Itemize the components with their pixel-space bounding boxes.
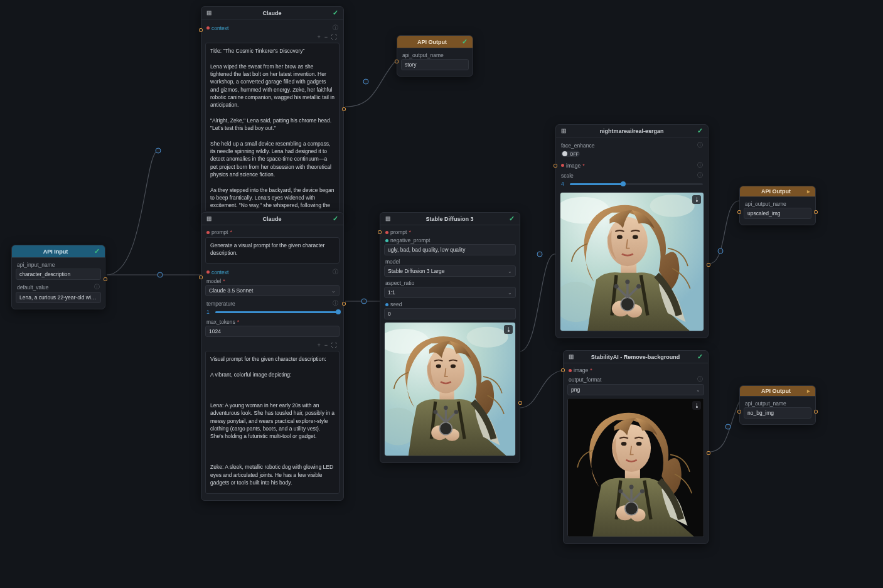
node-api-output-upscaled[interactable]: API Output ▸ api_output_name upscaled_im…: [739, 186, 816, 225]
output-port[interactable]: [342, 302, 346, 306]
maxtokens-field[interactable]: 1024: [205, 326, 340, 337]
model-select[interactable]: Claude 3.5 Sonnet⌄: [205, 285, 340, 296]
info-icon[interactable]: ⓘ: [697, 171, 703, 179]
add-icon[interactable]: +: [317, 342, 320, 348]
robot-icon: ⊞: [569, 353, 574, 360]
output-toolbar: + − ⛶: [205, 33, 340, 41]
model-select[interactable]: Stable Diffusion 3 Large⌄: [384, 265, 516, 277]
info-icon[interactable]: ⓘ: [94, 283, 100, 291]
node-header[interactable]: ⊞ Stable Diffusion 3 ✓: [380, 213, 520, 225]
play-icon[interactable]: ▸: [807, 388, 810, 394]
aspect-label: aspect_ratio: [384, 279, 516, 287]
field-label: api_output_name: [401, 51, 469, 59]
node-header[interactable]: API Input ✓: [12, 245, 105, 258]
info-icon[interactable]: ⓘ: [697, 161, 703, 169]
field-label: api_output_name: [744, 200, 811, 208]
input-port[interactable]: [199, 275, 203, 279]
node-claude-visualprompt[interactable]: ⊞ Claude ✓ prompt* Generate a visual pro…: [201, 212, 344, 501]
minimize-icon[interactable]: −: [324, 342, 328, 348]
svg-point-5: [718, 249, 723, 254]
context-section[interactable]: contextⓘ: [205, 266, 340, 277]
api-output-name-field[interactable]: no_bg_img: [744, 407, 811, 419]
input-port[interactable]: [737, 410, 741, 414]
node-real-esrgan[interactable]: ⊞ nightmareai/real-esrgan ✓ face_enhance…: [555, 124, 709, 338]
model-label: model*: [205, 277, 340, 285]
output-toolbar: + − ⛶: [205, 341, 340, 350]
svg-point-3: [361, 299, 367, 304]
default-value-field[interactable]: Lena, a curious 22-year-old with a knac: [16, 292, 101, 303]
negative-prompt-field[interactable]: ugly, bad, bad quality, low quality: [384, 244, 516, 255]
info-icon[interactable]: ⓘ: [333, 299, 338, 307]
expand-icon[interactable]: ⛶: [331, 34, 337, 40]
node-title: Claude: [211, 10, 333, 16]
api-input-name-field[interactable]: character_description: [16, 269, 101, 280]
sd3-output-image: ⭳: [384, 322, 516, 456]
status-check-icon: ✓: [697, 353, 703, 361]
temperature-slider[interactable]: [215, 311, 338, 313]
node-api-input[interactable]: API Input ✓ api_input_name character_des…: [11, 245, 105, 309]
download-icon[interactable]: ⭳: [692, 195, 701, 204]
temperature-label: temperatureⓘ: [205, 298, 340, 308]
node-stable-diffusion-3[interactable]: ⊞ Stable Diffusion 3 ✓ prompt* negative_…: [380, 212, 520, 463]
node-api-output-nobg[interactable]: API Output ▸ api_output_name no_bg_img: [739, 385, 816, 425]
output-port[interactable]: [814, 410, 818, 414]
play-icon[interactable]: ▸: [807, 188, 810, 195]
output-port[interactable]: [707, 451, 710, 455]
input-port[interactable]: [395, 60, 399, 63]
download-icon[interactable]: ⭳: [692, 401, 701, 410]
node-title: Stable Diffusion 3: [390, 216, 509, 222]
node-title: Claude: [211, 216, 333, 222]
output-format-select[interactable]: png⌄: [567, 384, 704, 395]
output-port[interactable]: [814, 210, 818, 214]
api-output-name-field[interactable]: story: [401, 59, 469, 70]
status-check-icon: ✓: [333, 215, 338, 223]
input-port[interactable]: [737, 210, 741, 214]
node-header[interactable]: API Output ▸: [740, 186, 815, 197]
node-header[interactable]: ⊞ nightmareai/real-esrgan ✓: [556, 125, 708, 137]
story-output: Title: "The Cosmic Tinkerer's Discovery"…: [205, 43, 340, 212]
input-port[interactable]: [199, 28, 203, 32]
node-header[interactable]: API Output ✓: [397, 36, 473, 48]
scale-slider[interactable]: [570, 183, 703, 185]
prompt-label: prompt*: [205, 228, 340, 236]
context-section[interactable]: contextⓘ: [205, 22, 340, 33]
node-header[interactable]: ⊞ Claude ✓: [201, 7, 343, 19]
face-enhance-label: face_enhanceⓘ: [560, 140, 704, 150]
add-icon[interactable]: +: [317, 34, 320, 40]
seed-label: seed: [384, 300, 516, 308]
output-port[interactable]: [518, 401, 522, 405]
input-port[interactable]: [554, 164, 557, 168]
node-api-output-story[interactable]: API Output ✓ api_output_name story: [397, 35, 473, 77]
output-port[interactable]: [707, 263, 710, 267]
info-icon[interactable]: ⓘ: [333, 24, 338, 32]
face-enhance-toggle[interactable]: OFF: [561, 151, 580, 157]
node-title: nightmareai/real-esrgan: [566, 128, 697, 134]
robot-icon: ⊞: [385, 215, 390, 222]
node-title: API Output: [402, 39, 462, 45]
output-port[interactable]: [342, 107, 346, 111]
node-header[interactable]: ⊞ Claude ✓: [201, 213, 343, 225]
image-label: image*ⓘ: [560, 160, 704, 170]
info-icon[interactable]: ⓘ: [697, 375, 703, 383]
node-remove-background[interactable]: ⊞ StabilityAI - Remove-background ✓ imag…: [563, 350, 709, 544]
svg-point-6: [725, 424, 730, 429]
chevron-down-icon: ⌄: [696, 387, 700, 393]
node-header[interactable]: ⊞ StabilityAI - Remove-background ✓: [564, 351, 708, 363]
prompt-label: prompt*: [384, 228, 516, 236]
output-port[interactable]: [104, 277, 107, 281]
api-output-name-field[interactable]: upscaled_img: [744, 208, 811, 219]
input-port[interactable]: [378, 230, 382, 234]
info-icon[interactable]: ⓘ: [333, 268, 338, 276]
node-header[interactable]: API Output ▸: [740, 386, 815, 397]
info-icon[interactable]: ⓘ: [697, 141, 703, 149]
node-claude-story[interactable]: ⊞ Claude ✓ contextⓘ + − ⛶ Title: "The Co…: [201, 6, 344, 219]
minimize-icon[interactable]: −: [324, 34, 328, 40]
seed-field[interactable]: 0: [384, 308, 516, 319]
chevron-down-icon: ⌄: [508, 269, 512, 274]
download-icon[interactable]: ⭳: [504, 325, 513, 334]
status-check-icon: ✓: [509, 215, 515, 223]
input-port[interactable]: [561, 368, 565, 372]
prompt-field[interactable]: Generate a visual prompt for the given c…: [205, 237, 340, 264]
expand-icon[interactable]: ⛶: [331, 342, 337, 348]
aspect-select[interactable]: 1:1⌄: [384, 287, 516, 298]
